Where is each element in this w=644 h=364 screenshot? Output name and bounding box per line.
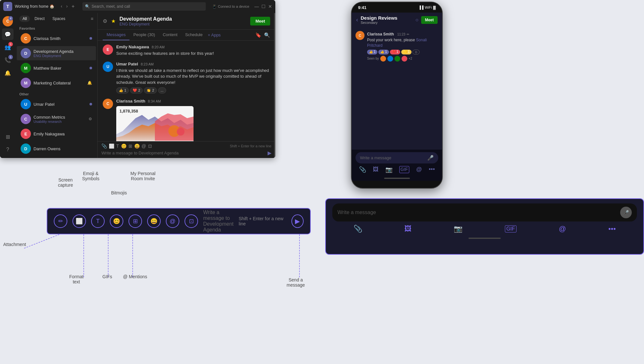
filter-icon[interactable]: ≡ <box>91 16 93 21</box>
nav-forward-icon[interactable]: › <box>65 3 69 10</box>
tab-direct[interactable]: Direct <box>31 15 48 22</box>
minimize-button[interactable]: — <box>254 4 259 9</box>
phone-reaction-2[interactable]: 👍 1 <box>378 50 389 54</box>
compose-mention-icon[interactable]: @ <box>142 143 146 149</box>
phone-camera-icon[interactable]: 📷 <box>385 166 393 173</box>
compose-more-icon[interactable]: ⊡ <box>148 143 152 149</box>
tab-all[interactable]: All <box>19 15 30 22</box>
ct-gif-icon[interactable]: ⊞ <box>128 214 142 228</box>
ct-screen-icon[interactable]: ⬜ <box>72 214 86 228</box>
sidebar-item-matthew[interactable]: M Matthew Baker <box>17 61 96 75</box>
bc-home <box>332 238 637 239</box>
phone-gallery-icon[interactable]: 🖼 <box>373 166 379 173</box>
reaction-thumbs[interactable]: 👍 1 <box>116 87 129 93</box>
ct-placeholder[interactable]: Write a message to Development Agenda <box>203 210 233 233</box>
compose-emoji-icon[interactable]: 😊 <box>121 143 127 149</box>
compose-input-row[interactable]: Write a message to Development Agenda ▶ <box>101 150 271 156</box>
bc-gallery-icon[interactable]: 🖼 <box>404 225 412 233</box>
sidebar-item-umar[interactable]: U Umar Patel <box>17 97 96 111</box>
calls-nav-icon[interactable]: 📞 1 <box>2 54 14 66</box>
bc-mention-icon[interactable]: @ <box>559 225 566 233</box>
sidebar-item-emily[interactable]: E Emily Nakagawa <box>17 127 96 141</box>
compose-screen-icon[interactable]: ⬜ <box>109 143 114 149</box>
ct-mention-icon[interactable]: @ <box>166 214 179 228</box>
sidebar-item-darren[interactable]: D Darren Owens <box>17 142 96 156</box>
add-tab-plus[interactable]: + Apps <box>206 30 222 40</box>
tab-messages[interactable]: Messages <box>103 30 129 40</box>
maximize-button[interactable]: ☐ <box>261 4 266 9</box>
ct-send-button[interactable]: ▶ <box>291 214 304 228</box>
phone-reaction-1[interactable]: 👍 1 <box>367 50 377 54</box>
compose-bitmoji-icon[interactable]: 😀 <box>134 143 140 149</box>
item-info-dev-agenda: Development Agenda ENG Deployment <box>33 49 92 58</box>
search-placeholder: Search, meet, and call <box>92 4 130 9</box>
star-icon[interactable]: ★ <box>111 18 116 24</box>
phone-more-icon[interactable]: ••• <box>429 166 435 173</box>
phone-compose-input[interactable]: Write a message 🎤 <box>355 152 438 163</box>
phone-back-button[interactable]: ‹ <box>356 16 358 23</box>
ct-bitmoji-icon[interactable]: 😀 <box>147 214 161 228</box>
bc-attach-icon[interactable]: 📎 <box>354 225 362 233</box>
phone-meet-button[interactable]: Meet <box>421 16 438 24</box>
settings-icon[interactable]: ⚙ <box>103 18 107 24</box>
sidebar-item-clarissa[interactable]: C Clarissa Smith <box>17 31 96 45</box>
msg-time-umar: 8:23 AM <box>141 62 154 66</box>
send-button[interactable]: ▶ <box>268 150 271 156</box>
bc-more-icon[interactable]: ••• <box>608 225 616 233</box>
add-tab-icon[interactable]: + <box>70 3 76 10</box>
phone-msg-author-clarissa: Clarissa Smith <box>367 32 394 36</box>
phone-reaction-4[interactable]: 🟡 1 <box>401 50 412 54</box>
sidebar-item-marketing[interactable]: M Marketing Collateral 🔔 <box>17 76 96 90</box>
sidebar-filter-tabs: All Direct Spaces <box>19 15 69 22</box>
phone-reaction-5[interactable]: ⊙ <box>412 50 420 54</box>
tab-people[interactable]: People (30) <box>129 30 159 40</box>
icon-bar: C 4 💬 👥 1 📞 1 🔔 ⊞ ? <box>0 13 15 158</box>
phone-mic-icon[interactable]: 🎤 <box>427 155 434 161</box>
sidebar-item-dev-agenda[interactable]: D Development Agenda ENG Deployment <box>17 46 96 60</box>
help-nav-icon[interactable]: ? <box>2 144 14 155</box>
sidebar-item-common[interactable]: C Common Metrics Usability research ⚙ <box>17 112 96 126</box>
compose-attach-icon[interactable]: 📎 <box>101 143 107 149</box>
other-label: Other <box>15 90 97 97</box>
phone-mention-icon[interactable]: @ <box>416 166 422 173</box>
ct-more-icon[interactable]: ⊡ <box>185 214 198 228</box>
tab-spaces[interactable]: Spaces <box>49 15 69 22</box>
avatar-matthew: M <box>21 63 31 73</box>
phone-gif-icon[interactable]: GIF <box>399 166 409 173</box>
avatar-common: C <box>21 114 31 124</box>
msg-time-emily: 8:20 AM <box>152 45 165 49</box>
nav-back-icon[interactable]: ‹ <box>60 3 64 10</box>
message-umar: U Umar Patel 8:23 AM I think we should a… <box>103 62 270 93</box>
search-bar[interactable]: 🔍 Search, meet, and call <box>82 2 206 11</box>
ct-attach-icon[interactable]: ✏ <box>54 214 67 228</box>
bc-mic-button[interactable]: 🎤 <box>620 207 632 218</box>
phone-attach-icon[interactable]: 📎 <box>359 166 366 173</box>
profile-icon[interactable]: C 4 <box>2 15 14 27</box>
connect-device-button[interactable]: 📱 Connect to a device <box>212 5 249 9</box>
bc-input-row[interactable]: Write a message 🎤 <box>332 203 637 221</box>
chat-nav-icon[interactable]: 💬 <box>2 28 14 40</box>
compose-gif-icon[interactable]: ⊞ <box>128 143 132 149</box>
close-button[interactable]: ✕ <box>268 4 272 9</box>
chat-title: Development Agenda <box>119 16 172 22</box>
search-chat-icon[interactable]: 🔍 <box>264 32 270 38</box>
tab-schedule[interactable]: Schedule <box>181 30 206 40</box>
tab-content[interactable]: Content <box>159 30 181 40</box>
teams-nav-icon[interactable]: 👥 1 <box>2 41 14 53</box>
ct-format-icon[interactable]: T <box>91 214 105 228</box>
label-send-message: Send amessage <box>287 277 305 288</box>
ct-emoji-icon[interactable]: 😊 <box>110 214 123 228</box>
apps-nav-icon[interactable]: ⊞ <box>2 131 14 143</box>
activity-nav-icon[interactable]: 🔔 <box>2 67 14 79</box>
phone-reaction-3[interactable]: ❤️ 1 <box>390 50 400 54</box>
phone-msg-text-clarissa: Post your work here, please Sonali Pritc… <box>367 37 438 48</box>
bookmark-icon[interactable]: 🔖 <box>255 32 261 38</box>
bc-gif-icon[interactable]: GIF <box>505 225 517 232</box>
reaction-more[interactable]: ... <box>158 87 166 93</box>
item-info-darren: Darren Owens <box>33 146 92 151</box>
bc-camera-icon[interactable]: 📷 <box>454 225 462 233</box>
compose-format-icon[interactable]: T <box>116 143 119 149</box>
meet-button[interactable]: Meet <box>250 17 270 25</box>
reaction-clap[interactable]: 👏 2 <box>144 87 156 93</box>
reaction-heart[interactable]: ❤️ 2 <box>130 87 143 93</box>
